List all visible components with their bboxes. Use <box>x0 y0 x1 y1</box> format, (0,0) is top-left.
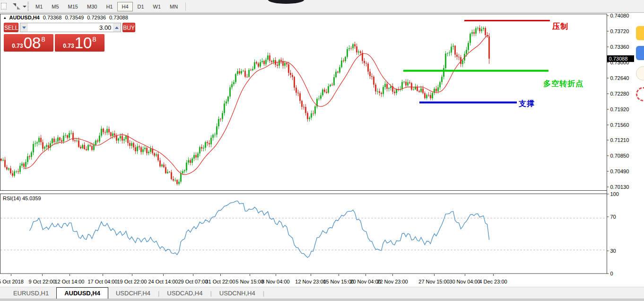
svg-text:70: 70 <box>610 214 616 220</box>
svg-text:27 Nov 15:00: 27 Nov 15:00 <box>418 279 449 284</box>
svg-text:0.72640: 0.72640 <box>610 75 629 81</box>
svg-text:0.73720: 0.73720 <box>610 28 629 34</box>
mt4-window: M1M5M15M30H1H4D1W1MN 0.740800.737200.733… <box>0 0 644 301</box>
quote-low: 0.72936 <box>87 15 106 20</box>
sell-button[interactable]: SELL <box>4 23 18 32</box>
rsi-axis[interactable]: 10070300 <box>607 191 619 276</box>
sell-price-panel[interactable]: 0.73 08 8 <box>4 34 53 52</box>
svg-text:0.72280: 0.72280 <box>610 91 629 97</box>
sell-price-prefix: 0.73 <box>12 43 23 49</box>
svg-text:30: 30 <box>610 248 616 254</box>
annotation-label-resistance[interactable]: 压制 <box>552 22 568 32</box>
svg-text:31 Oct 22:00: 31 Oct 22:00 <box>206 279 235 284</box>
svg-text:19 Oct 22:00: 19 Oct 22:00 <box>117 279 147 284</box>
svg-text:12 Nov 23:00: 12 Nov 23:00 <box>295 279 326 284</box>
collapse-quote-icon[interactable]: ▴ <box>4 15 6 20</box>
buy-price-sup: 8 <box>92 35 96 43</box>
buy-button[interactable]: BUY <box>122 23 135 32</box>
quote-symbol: AUDUSD,H4 <box>9 15 40 20</box>
tab-usdchf-h4[interactable]: USDCHF,H4 <box>108 288 158 299</box>
svg-text:0.73088: 0.73088 <box>609 56 628 62</box>
volume-increase-button[interactable] <box>113 23 121 32</box>
tab-eurusd-h1[interactable]: EURUSD,H1 <box>6 288 56 299</box>
annotation-label-turning-point[interactable]: 多空转折点 <box>543 79 583 89</box>
svg-text:12 Oct 14:00: 12 Oct 14:00 <box>55 279 85 284</box>
buy-price-panel[interactable]: 0.73 10 8 <box>55 34 104 52</box>
rsi-indicator-label: RSI(14) 45.0359 <box>3 195 41 201</box>
buy-price-prefix: 0.73 <box>63 43 74 49</box>
spinner-down-icon <box>22 27 26 29</box>
svg-text:5 Nov 15:00: 5 Nov 15:00 <box>235 279 263 284</box>
svg-text:29 Oct 07:00: 29 Oct 07:00 <box>178 279 208 284</box>
price-axis[interactable]: 0.740800.737200.733600.730000.726400.722… <box>607 13 629 190</box>
svg-text:0.70490: 0.70490 <box>610 168 629 174</box>
quote-high: 0.73549 <box>65 15 84 20</box>
svg-text:100: 100 <box>610 191 619 197</box>
svg-text:0.71920: 0.71920 <box>610 106 629 112</box>
quote-open: 0.73368 <box>43 15 62 20</box>
svg-text:0.71210: 0.71210 <box>610 137 629 143</box>
svg-text:30 Nov 04:00: 30 Nov 04:00 <box>449 279 480 284</box>
svg-text:0.70850: 0.70850 <box>610 153 629 159</box>
svg-text:15 Nov 15:00: 15 Nov 15:00 <box>323 279 354 284</box>
svg-text:22 Nov 23:00: 22 Nov 23:00 <box>377 279 408 284</box>
volume-decrease-button[interactable] <box>20 23 28 32</box>
quote-bar: ▴ AUDUSD,H4 0.73368 0.73549 0.72936 0.73… <box>4 15 128 20</box>
buy-price-big: 10 <box>75 35 92 51</box>
svg-text:24 Oct 14:00: 24 Oct 14:00 <box>148 279 178 284</box>
tab-separator: | <box>263 287 264 299</box>
svg-text:0.74080: 0.74080 <box>610 13 629 18</box>
svg-text:8 Nov 04:00: 8 Nov 04:00 <box>261 279 289 284</box>
chart-tabbar: EURUSD,H1AUDUSD,H4USDCHF,H4|USDCAD,H4|US… <box>0 287 644 299</box>
tab-audusd-h4[interactable]: AUDUSD,H4 <box>56 287 108 299</box>
spinner-up-icon <box>115 27 119 29</box>
annotation-label-support[interactable]: 支撑 <box>519 99 535 109</box>
tab-usdcad-h4[interactable]: USDCAD,H4 <box>159 288 210 299</box>
svg-text:0: 0 <box>610 271 613 276</box>
rsi-plot-frame <box>0 194 607 274</box>
tab-usdcnh-h4[interactable]: USDCNH,H4 <box>212 288 263 299</box>
svg-text:0.70130: 0.70130 <box>610 184 629 190</box>
one-click-trade-panel: SELL BUY 0.73 08 8 0.73 10 8 <box>4 23 104 52</box>
svg-text:0.73360: 0.73360 <box>610 44 629 50</box>
quote-close: 0.73088 <box>109 15 128 20</box>
svg-text:0.71560: 0.71560 <box>610 122 629 128</box>
time-axis[interactable]: 5 Oct 20189 Oct 22:0012 Oct 14:0017 Oct … <box>0 274 507 284</box>
sell-price-big: 08 <box>24 35 41 51</box>
blue-app-icon[interactable] <box>636 46 644 60</box>
svg-text:17 Oct 04:00: 17 Oct 04:00 <box>88 279 118 284</box>
sell-price-sup: 8 <box>41 35 45 43</box>
svg-text:4 Dec 23:00: 4 Dec 23:00 <box>479 279 507 284</box>
svg-text:5 Oct 2018: 5 Oct 2018 <box>0 279 24 284</box>
volume-input[interactable] <box>28 23 113 32</box>
svg-text:20 Nov 04:00: 20 Nov 04:00 <box>350 279 381 284</box>
yellow-app-icon[interactable] <box>636 26 644 40</box>
status-strip <box>0 299 644 301</box>
svg-text:9 Oct 22:00: 9 Oct 22:00 <box>29 279 56 284</box>
